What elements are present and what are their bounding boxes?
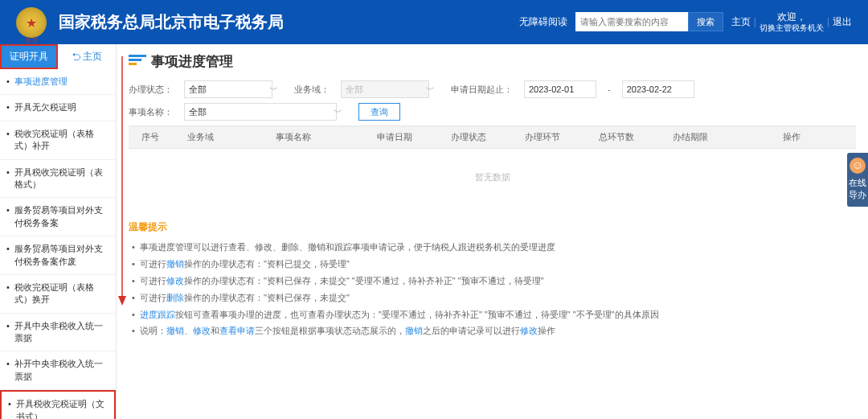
separator: | xyxy=(754,16,756,27)
welcome-block: 欢迎， 切换主管税务机关 xyxy=(760,11,824,32)
online-guide-button[interactable]: 在线导办 xyxy=(847,153,868,207)
date-from-input[interactable] xyxy=(524,80,596,98)
separator: | xyxy=(827,16,829,27)
filter-bar-2: 事项名称： ﹀ 查询 xyxy=(129,103,856,121)
tip-row: 可进行撤销操作的办理状态有："资料已提交，待受理" xyxy=(132,256,856,273)
tips-title: 温馨提示 xyxy=(129,220,856,234)
sidebar-item-cert-doc[interactable]: 开具税收完税证明（文书式） xyxy=(0,390,116,419)
date-label: 申请日期起止： xyxy=(451,84,513,96)
sidebar-item[interactable]: 服务贸易等项目对外支付税务备案作废 xyxy=(0,236,116,275)
sidebar-item[interactable]: 税收完税证明（表格式）换开 xyxy=(0,275,116,314)
sidebar-item[interactable]: 开具税收完税证明（表格式） xyxy=(0,160,116,199)
sidebar-tab-certificates[interactable]: 证明开具 xyxy=(0,44,58,69)
status-select[interactable] xyxy=(184,80,272,98)
search-button[interactable]: 搜索 xyxy=(688,12,723,31)
col-status: 办理状态 xyxy=(432,126,506,149)
tip-row: 说明：撤销、修改和查看申请三个按钮是根据事项状态动态展示的，撤销之后的申请记录可… xyxy=(132,322,856,339)
sidebar: 证明开具 ⮌ 主页 事项进度管理 开具无欠税证明 税收完税证明（表格式）补开 开… xyxy=(0,44,117,419)
sidebar-item[interactable]: 税收完税证明（表格式）补开 xyxy=(0,121,116,160)
tip-row: 事项进度管理可以进行查看、修改、删除、撤销和跟踪事项申请记录，便于纳税人跟进税务… xyxy=(132,239,856,256)
sidebar-item[interactable]: 开具中央非税收入统一票据 xyxy=(0,314,116,352)
sidebar-home-label: 主页 xyxy=(83,50,102,64)
home-link[interactable]: 主页 xyxy=(731,15,751,29)
date-to-input[interactable] xyxy=(622,80,694,98)
col-deadline: 办结期限 xyxy=(653,126,727,149)
page-title: 事项进度管理 xyxy=(151,52,233,71)
app-title: 国家税务总局北京市电子税务局 xyxy=(59,11,284,33)
tip-row: 可进行删除操作的办理状态有："资料已保存，未提交" xyxy=(132,290,856,306)
domain-select[interactable] xyxy=(341,80,429,98)
national-emblem-icon: 北·京 xyxy=(16,7,47,38)
col-name: 事项名称 xyxy=(229,126,358,149)
welcome-text: 欢迎， xyxy=(760,11,824,23)
col-domain: 业务域 xyxy=(171,126,229,149)
col-action: 操作 xyxy=(727,126,856,149)
table-empty-text: 暂无数据 xyxy=(129,149,856,206)
assistant-avatar-icon xyxy=(850,158,866,174)
tip-row: 可进行修改操作的办理状态有："资料已保存，未提交" "受理不通过，待补齐补正" … xyxy=(132,273,856,290)
page-title-icon xyxy=(129,55,146,69)
item-select[interactable] xyxy=(184,103,337,121)
tip-row: 进度跟踪按钮可查看事项办理的进度，也可查看办理状态为："受理不通过，待补齐补正"… xyxy=(132,306,856,323)
search-input[interactable] xyxy=(575,12,688,31)
sidebar-item-progress[interactable]: 事项进度管理 xyxy=(0,69,116,95)
sidebar-item[interactable]: 开具无欠税证明 xyxy=(0,95,116,121)
results-table: 序号 业务域 事项名称 申请日期 办理状态 办理环节 总环节数 办结期限 操作 xyxy=(129,125,856,149)
col-total: 总环节数 xyxy=(579,126,653,149)
sidebar-item[interactable]: 补开中央非税收入统一票据 xyxy=(0,351,116,390)
item-label: 事项名称： xyxy=(129,106,173,118)
col-step: 办理环节 xyxy=(506,126,579,149)
date-separator: - xyxy=(608,84,611,94)
online-guide-label: 在线导办 xyxy=(847,177,868,202)
filter-bar: 办理状态： ﹀ 业务域： ﹀ 申请日期起止： - xyxy=(129,80,856,98)
status-label: 办理状态： xyxy=(129,84,173,96)
query-button[interactable]: 查询 xyxy=(358,103,400,121)
logout-link[interactable]: 退出 xyxy=(833,15,852,29)
sidebar-item[interactable]: 服务贸易等项目对外支付税务备案 xyxy=(0,198,116,236)
accessibility-link[interactable]: 无障碍阅读 xyxy=(519,15,567,29)
tips-list: 事项进度管理可以进行查看、修改、删除、撤销和跟踪事项申请记录，便于纳税人跟进税务… xyxy=(129,239,856,339)
sidebar-menu: 事项进度管理 开具无欠税证明 税收完税证明（表格式）补开 开具税收完税证明（表格… xyxy=(0,69,116,419)
col-date: 申请日期 xyxy=(358,126,432,149)
domain-label: 业务域： xyxy=(294,84,330,96)
app-header: 北·京 国家税务总局北京市电子税务局 无障碍阅读 搜索 主页 | 欢迎， 切换主… xyxy=(0,0,868,44)
sidebar-home-button[interactable]: ⮌ 主页 xyxy=(58,44,116,69)
col-index: 序号 xyxy=(129,126,171,149)
back-icon: ⮌ xyxy=(72,51,81,63)
main-content: 事项进度管理 办理状态： ﹀ 业务域： ﹀ 申请日期起止： - 事项名称： ﹀ … xyxy=(117,44,868,419)
switch-authority-link[interactable]: 切换主管税务机关 xyxy=(760,23,824,33)
